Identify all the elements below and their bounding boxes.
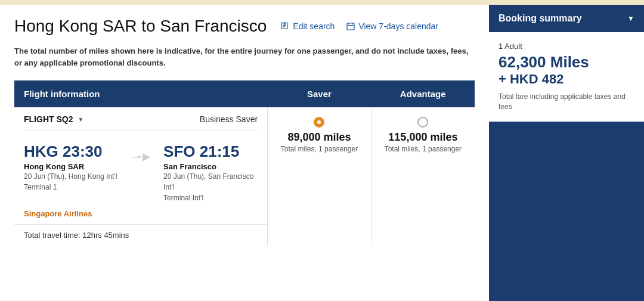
plane-icon-wrapper: [118, 142, 163, 164]
booking-miles-total: 62,300 Miles: [499, 53, 634, 72]
header-row: Hong Kong SAR to San Francisco Edit sear…: [14, 17, 475, 36]
departure-time-value: 23:30: [63, 142, 103, 160]
flight-number-section: FLIGHT SQ2 ▼ Business Saver: [14, 107, 267, 131]
advantage-sub: Total miles, 1 passenger: [376, 145, 470, 153]
booking-summary-panel: Booking summary ▼ 1 Adult 62,300 Miles +…: [489, 5, 644, 301]
flight-expand-chevron[interactable]: ▼: [78, 116, 83, 123]
flight-row: FLIGHT SQ2 ▼ Business Saver HKG 23:30: [14, 107, 475, 246]
advantage-cell[interactable]: 115,000 miles Total miles, 1 passenger: [371, 107, 475, 246]
departure-code: HKG: [24, 142, 58, 160]
flight-number: FLIGHT SQ2: [24, 114, 73, 124]
fare-note: Total fare including applicable taxes an…: [499, 92, 634, 112]
plane-icon: [130, 151, 151, 164]
booking-summary-body: 1 Adult 62,300 Miles + HKD 482 Total far…: [489, 32, 644, 122]
edit-search-label: Edit search: [293, 21, 335, 31]
arrival-city: San Francisco: [163, 162, 258, 171]
saver-sub: Total miles, 1 passenger: [273, 145, 366, 153]
departure-date: 20 Jun (Thu), Hong Kong Int'l: [24, 171, 118, 182]
arrival-terminal: Terminal Int'l: [163, 193, 258, 203]
departure-block: HKG 23:30 Hong Kong SAR 20 Jun (Thu), Ho…: [24, 142, 118, 193]
travel-time-text: Total travel time: 12hrs 45mins: [24, 231, 129, 240]
flight-table: Flight information Saver Advantage: [14, 80, 475, 246]
saver-miles: 89,000 miles: [273, 131, 366, 144]
booking-hkd-total: + HKD 482: [499, 72, 634, 87]
flight-info-cell: FLIGHT SQ2 ▼ Business Saver HKG 23:30: [14, 107, 268, 246]
content-area: Hong Kong SAR to San Francisco Edit sear…: [0, 5, 489, 301]
booking-summary-title: Booking summary: [499, 13, 582, 24]
main-wrapper: Hong Kong SAR to San Francisco Edit sear…: [0, 5, 644, 301]
booking-summary-header[interactable]: Booking summary ▼: [489, 5, 644, 32]
disclaimer-text: The total number of miles shown here is …: [14, 45, 475, 69]
arrival-time: SFO 21:15: [163, 142, 258, 161]
airline-link[interactable]: Singapore Airlines: [14, 206, 267, 224]
svg-rect-4: [347, 23, 354, 30]
calendar-icon: [346, 22, 355, 30]
flight-times-row: HKG 23:30 Hong Kong SAR 20 Jun (Thu), Ho…: [14, 136, 267, 206]
arrival-time-value: 21:15: [200, 142, 240, 160]
edit-search-link[interactable]: Edit search: [281, 21, 335, 31]
col-flight-info: Flight information: [14, 80, 268, 107]
saver-cell[interactable]: 89,000 miles Total miles, 1 passenger: [268, 107, 371, 246]
flight-number-row: FLIGHT SQ2 ▼ Business Saver: [24, 114, 258, 131]
arrival-date: 20 Jun (Thu), San Francisco Int'l: [163, 171, 258, 193]
saver-radio[interactable]: [314, 117, 324, 128]
departure-city: Hong Kong SAR: [24, 162, 118, 171]
edit-icon: [281, 22, 289, 30]
page-title: Hong Kong SAR to San Francisco: [14, 17, 267, 36]
travel-time-row: Total travel time: 12hrs 45mins: [14, 224, 267, 246]
top-bar: [0, 0, 644, 5]
table-header: Flight information Saver Advantage: [14, 80, 475, 107]
view-calendar-label: View 7-days calendar: [358, 21, 438, 31]
advantage-radio[interactable]: [417, 117, 428, 128]
col-saver: Saver: [268, 80, 371, 107]
summary-chevron-icon: ▼: [627, 14, 634, 23]
cabin-class: Business Saver: [200, 114, 258, 124]
passenger-count: 1 Adult: [499, 42, 634, 51]
view-calendar-link[interactable]: View 7-days calendar: [346, 21, 438, 31]
header-actions: Edit search View 7-days calendar: [281, 21, 438, 31]
col-advantage: Advantage: [371, 80, 475, 107]
advantage-miles: 115,000 miles: [376, 131, 470, 144]
arrival-block: SFO 21:15 San Francisco 20 Jun (Thu), Sa…: [163, 142, 258, 203]
arrival-code: SFO: [163, 142, 195, 160]
departure-time: HKG 23:30: [24, 142, 118, 161]
departure-terminal: Terminal 1: [24, 182, 118, 193]
